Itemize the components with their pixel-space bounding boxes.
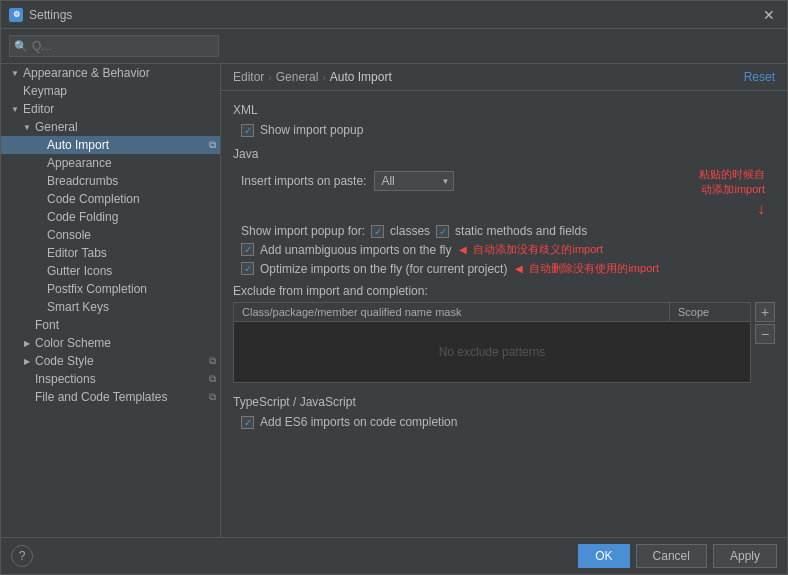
xml-show-import-popup-checkbox[interactable] (241, 124, 254, 137)
help-button[interactable]: ? (11, 545, 33, 567)
breadcrumb-sep2: › (322, 72, 325, 83)
sidebar-label: Inspections (35, 372, 96, 386)
copy-icon: ⧉ (209, 355, 216, 367)
annotation-paste: 粘贴的时候自动添加import↓ (699, 167, 775, 220)
annotation-unambiguous: 自动添加没有歧义的import (473, 242, 603, 257)
insert-imports-label: Insert imports on paste: (241, 174, 366, 188)
show-popup-row: Show import popup for: classes static me… (241, 224, 775, 238)
sidebar-label: Postfix Completion (47, 282, 147, 296)
remove-row-button[interactable]: − (755, 324, 775, 344)
java-section-label: Java (233, 147, 775, 161)
add-row-button[interactable]: + (755, 302, 775, 322)
classes-label: classes (390, 224, 430, 238)
title-text: Settings (29, 8, 753, 22)
dropdown-value: All (381, 174, 394, 188)
xml-section-label: XML (233, 103, 775, 117)
exclude-table-wrap: Class/package/member qualified name mask… (233, 302, 775, 383)
table-header: Class/package/member qualified name mask… (234, 303, 750, 322)
sidebar-label: Breadcrumbs (47, 174, 118, 188)
breadcrumb-sep: › (268, 72, 271, 83)
sidebar-item-console[interactable]: ▶ Console (1, 226, 220, 244)
chevron-down-icon: ▼ (9, 103, 21, 115)
sidebar-item-breadcrumbs[interactable]: ▶ Breadcrumbs (1, 172, 220, 190)
sidebar-label: Console (47, 228, 91, 242)
static-label: static methods and fields (455, 224, 587, 238)
optimize-imports-checkbox[interactable] (241, 262, 254, 275)
add-unambiguous-checkbox[interactable] (241, 243, 254, 256)
xml-show-import-popup-row: Show import popup (241, 123, 775, 137)
ts-add-es6-checkbox[interactable] (241, 416, 254, 429)
sidebar-label: Code Folding (47, 210, 118, 224)
sidebar-item-keymap[interactable]: ▶ Keymap (1, 82, 220, 100)
breadcrumb-current: Auto Import (330, 70, 392, 84)
ok-button[interactable]: OK (578, 544, 629, 568)
apply-button[interactable]: Apply (713, 544, 777, 568)
sidebar-label: Smart Keys (47, 300, 109, 314)
sidebar-item-color-scheme[interactable]: ▶ Color Scheme (1, 334, 220, 352)
static-checkbox[interactable] (436, 225, 449, 238)
optimize-imports-row: Optimize imports on the fly (for current… (241, 261, 775, 276)
sidebar-item-editor[interactable]: ▼ Editor (1, 100, 220, 118)
sidebar-label: Color Scheme (35, 336, 111, 350)
bottom-bar: ? OK Cancel Apply (1, 537, 787, 574)
settings-dialog: ⚙ Settings ✕ 🔍 ▼ Appearance & Behavior ▶… (0, 0, 788, 575)
ts-section: TypeScript / JavaScript Add ES6 imports … (233, 395, 775, 429)
close-button[interactable]: ✕ (759, 5, 779, 25)
table-col1: Class/package/member qualified name mask (234, 303, 670, 321)
sidebar-item-postfix-completion[interactable]: ▶ Postfix Completion (1, 280, 220, 298)
sidebar: ▼ Appearance & Behavior ▶ Keymap ▼ Edito… (1, 64, 221, 537)
exclude-section: Exclude from import and completion: Clas… (233, 284, 775, 383)
cancel-button[interactable]: Cancel (636, 544, 707, 568)
add-unambiguous-row: Add unambiguous imports on the fly ◀ 自动添… (241, 242, 775, 257)
ts-section-label: TypeScript / JavaScript (233, 395, 775, 409)
chevron-down-icon: ▼ (9, 67, 21, 79)
exclude-label: Exclude from import and completion: (233, 284, 775, 298)
insert-imports-dropdown[interactable]: All ▼ (374, 171, 454, 191)
ts-add-es6-label: Add ES6 imports on code completion (260, 415, 457, 429)
show-popup-label: Show import popup for: (241, 224, 365, 238)
arrow-icon: ◀ (459, 244, 467, 255)
sidebar-item-auto-import[interactable]: ▶ Auto Import ⧉ (1, 136, 220, 154)
sidebar-label: Font (35, 318, 59, 332)
sidebar-item-font[interactable]: ▶ Font (1, 316, 220, 334)
copy-icon: ⧉ (209, 391, 216, 403)
arrow-icon2: ◀ (515, 263, 523, 274)
ts-add-es6-row: Add ES6 imports on code completion (241, 415, 775, 429)
xml-show-import-popup-label: Show import popup (260, 123, 363, 137)
sidebar-label: Code Style (35, 354, 94, 368)
copy-icon: ⧉ (209, 373, 216, 385)
breadcrumb-editor: Editor (233, 70, 264, 84)
title-bar: ⚙ Settings ✕ (1, 1, 787, 29)
sidebar-item-file-and-code-templates[interactable]: ▶ File and Code Templates ⧉ (1, 388, 220, 406)
sidebar-label: File and Code Templates (35, 390, 168, 404)
help-label: ? (19, 549, 26, 563)
sidebar-label: General (35, 120, 78, 134)
breadcrumb-general: General (276, 70, 319, 84)
classes-checkbox[interactable] (371, 225, 384, 238)
sidebar-item-general[interactable]: ▼ General (1, 118, 220, 136)
sidebar-item-code-style[interactable]: ▶ Code Style ⧉ (1, 352, 220, 370)
breadcrumb: Editor › General › Auto Import Reset (221, 64, 787, 91)
annotation-optimize: 自动删除没有使用的import (529, 261, 659, 276)
chevron-down-icon: ▼ (21, 121, 33, 133)
insert-imports-dropdown-wrap: All ▼ (374, 171, 454, 191)
sidebar-item-inspections[interactable]: ▶ Inspections ⧉ (1, 370, 220, 388)
main-content: ▼ Appearance & Behavior ▶ Keymap ▼ Edito… (1, 64, 787, 537)
sidebar-label: Appearance (47, 156, 112, 170)
sidebar-item-code-folding[interactable]: ▶ Code Folding (1, 208, 220, 226)
chevron-right-icon: ▶ (21, 355, 33, 367)
sidebar-item-code-completion[interactable]: ▶ Code Completion (1, 190, 220, 208)
optimize-imports-label: Optimize imports on the fly (for current… (260, 262, 507, 276)
sidebar-item-gutter-icons[interactable]: ▶ Gutter Icons (1, 262, 220, 280)
sidebar-item-appearance-behavior[interactable]: ▼ Appearance & Behavior (1, 64, 220, 82)
sidebar-item-appearance[interactable]: ▶ Appearance (1, 154, 220, 172)
reset-link[interactable]: Reset (744, 70, 775, 84)
sidebar-item-editor-tabs[interactable]: ▶ Editor Tabs (1, 244, 220, 262)
sidebar-label: Gutter Icons (47, 264, 112, 278)
table-buttons: + − (755, 302, 775, 344)
search-input[interactable] (9, 35, 219, 57)
sidebar-item-smart-keys[interactable]: ▶ Smart Keys (1, 298, 220, 316)
table-body: No exclude patterns (234, 322, 750, 382)
table-col2: Scope (670, 303, 750, 321)
search-bar: 🔍 (1, 29, 787, 64)
